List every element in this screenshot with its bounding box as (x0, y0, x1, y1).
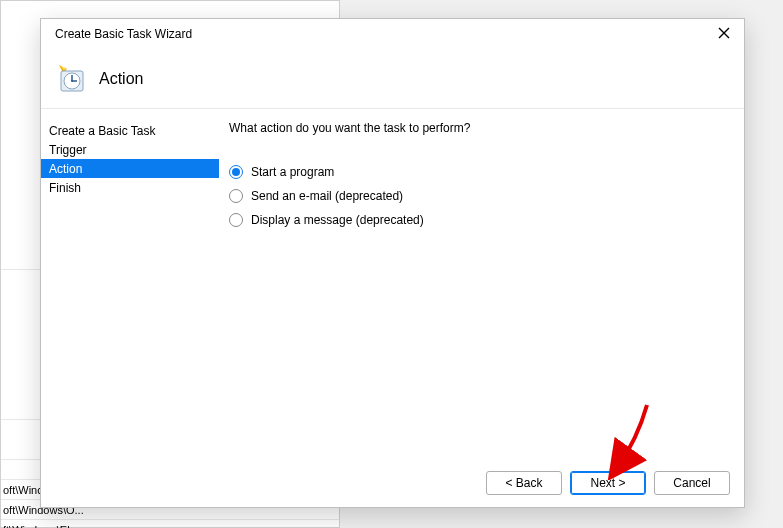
wizard-sidebar: Create a Basic Task Trigger Action Finis… (41, 109, 219, 457)
radio-display-message[interactable] (229, 213, 243, 227)
window-title: Create Basic Task Wizard (55, 27, 192, 41)
option-send-email[interactable]: Send an e-mail (deprecated) (229, 189, 724, 203)
sidebar-item-finish[interactable]: Finish (41, 178, 219, 197)
sidebar-item-action[interactable]: Action (41, 159, 219, 178)
question-text: What action do you want the task to perf… (229, 121, 724, 135)
close-icon (718, 27, 730, 42)
wizard-footer: < Back Next > Cancel (41, 457, 744, 507)
bg-text-row: ft\Windows\El... (1, 521, 339, 528)
sidebar-item-trigger[interactable]: Trigger (41, 140, 219, 159)
option-display-message[interactable]: Display a message (deprecated) (229, 213, 724, 227)
wizard-body: Create a Basic Task Trigger Action Finis… (41, 109, 744, 457)
option-label: Start a program (251, 165, 334, 179)
close-button[interactable] (714, 24, 734, 44)
option-label: Send an e-mail (deprecated) (251, 189, 403, 203)
sidebar-item-create-basic-task[interactable]: Create a Basic Task (41, 121, 219, 140)
option-start-program[interactable]: Start a program (229, 165, 724, 179)
radio-start-program[interactable] (229, 165, 243, 179)
header-panel: Action (41, 49, 744, 109)
back-button[interactable]: < Back (486, 471, 562, 495)
radio-send-email[interactable] (229, 189, 243, 203)
cancel-button[interactable]: Cancel (654, 471, 730, 495)
titlebar: Create Basic Task Wizard (41, 19, 744, 49)
option-label: Display a message (deprecated) (251, 213, 424, 227)
wizard-clock-icon (55, 63, 87, 95)
svg-point-4 (71, 80, 73, 82)
header-title: Action (99, 70, 143, 88)
wizard-content: What action do you want the task to perf… (219, 109, 744, 457)
next-button[interactable]: Next > (570, 471, 646, 495)
wizard-dialog: Create Basic Task Wizard Action Create a… (40, 18, 745, 508)
